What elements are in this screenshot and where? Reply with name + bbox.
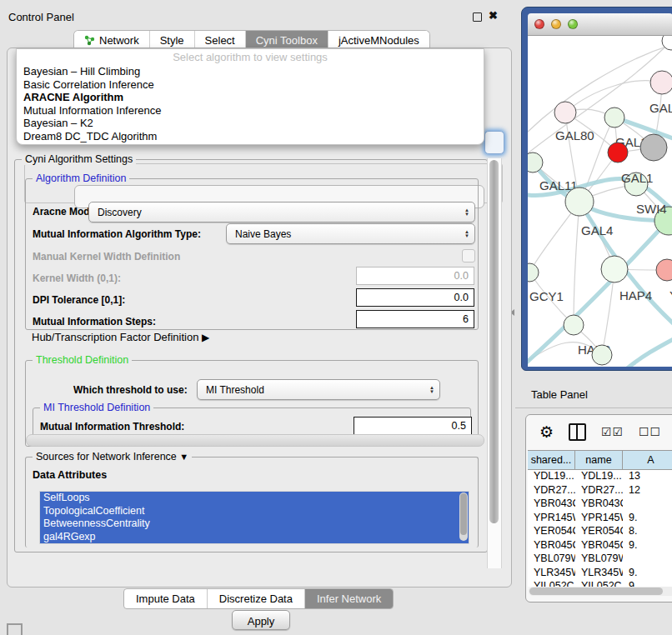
bottom-tab-infer-network[interactable]: Infer Network (305, 589, 393, 608)
group-title: MI Threshold Definition (40, 402, 153, 413)
tab-style[interactable]: Style (150, 31, 195, 49)
settings-vertical-scrollbar[interactable] (487, 158, 502, 568)
data-attributes-label: Data Attributes (33, 469, 107, 481)
table-panel-title: Table Panel (531, 388, 588, 401)
table-row[interactable]: YPR145WYPR145W9. (528, 512, 672, 526)
bottom-tab-impute-data[interactable]: Impute Data (124, 589, 208, 608)
algorithm-option[interactable]: Bayesian – K2 (17, 117, 484, 130)
mi-type-select[interactable]: Naive Bayes ▲▼ (226, 223, 475, 244)
algorithm-option[interactable]: Basic Correlation Inference (17, 78, 484, 92)
network-node-hap4[interactable] (601, 256, 628, 282)
hub-definition-toggle[interactable]: Hub/Transcription Factor Definition ▶ (32, 331, 209, 343)
table-cell: YLR345W (575, 567, 623, 581)
mi-threshold-input[interactable] (354, 417, 472, 435)
window-zoom-button[interactable] (568, 19, 578, 29)
data-attribute-item[interactable]: SelfLoops (40, 492, 469, 505)
table-row[interactable]: YDL19...YDL19...13 (528, 470, 672, 484)
network-node[interactable] (608, 142, 628, 162)
kernel-width-input[interactable] (356, 267, 474, 285)
collapse-right-icon: ▶ (202, 332, 209, 343)
collapse-down-icon[interactable]: ▼ (179, 452, 188, 462)
table-row[interactable]: YBR043CYBR043C (528, 498, 672, 512)
data-attribute-item[interactable]: gal4RGexp (40, 531, 469, 544)
network-node[interactable] (640, 134, 667, 161)
bottom-tabs: Impute DataDiscretize DataInfer Network (123, 588, 394, 609)
network-node-gal80[interactable] (554, 102, 576, 123)
select-all-checkboxes-icon[interactable]: ☑☑ (601, 425, 624, 438)
manual-kernel-checkbox[interactable] (462, 249, 475, 262)
deselect-checkboxes-icon[interactable]: ☐☐ (639, 425, 661, 438)
float-window-icon[interactable] (473, 12, 482, 22)
tab-select[interactable]: Select (195, 31, 246, 49)
gear-icon[interactable]: ⚙ (539, 424, 554, 440)
algorithm-option[interactable]: ARACNE Algorithm (17, 91, 484, 104)
table-column-header[interactable]: A (623, 451, 672, 469)
network-edge-highlighted[interactable] (626, 336, 672, 367)
network-graph[interactable]: GALGAL80GAL10GAL1GAL11SWI4GAL4GCY1HAP4YH… (528, 36, 672, 367)
network-node-label: GAL1 (621, 171, 653, 185)
hidden-focused-combobox-edge (484, 131, 504, 154)
columns-icon[interactable] (569, 423, 586, 441)
collapsed-panel-icon[interactable] (7, 623, 23, 635)
table-row[interactable]: YIL052CYIL052C9 (528, 580, 672, 587)
network-node-hap2[interactable] (564, 315, 584, 335)
network-canvas[interactable]: GALGAL80GAL10GAL1GAL11SWI4GAL4GCY1HAP4YH… (528, 36, 672, 367)
network-view-window: GALGAL80GAL10GAL1GAL11SWI4GAL4GCY1HAP4YH… (521, 7, 672, 371)
table-cell (623, 552, 672, 567)
data-attributes-list[interactable]: SelfLoopsTopologicalCoefficientBetweenne… (39, 491, 469, 544)
group-title: Sources for Network Inference ▼ (33, 451, 192, 462)
bottom-tab-discretize-data[interactable]: Discretize Data (208, 589, 305, 608)
sources-group: Sources for Network Inference ▼ Data Att… (25, 457, 479, 548)
algorithm-option[interactable]: Mutual Information Inference (17, 104, 484, 118)
dpi-tolerance-input[interactable] (356, 288, 474, 307)
aracne-mode-select[interactable]: Discovery ▲▼ (88, 202, 475, 222)
network-node-label: SWI4 (636, 202, 667, 216)
data-attribute-item[interactable]: TopologicalCoefficient (40, 505, 469, 518)
mi-threshold-label: Mutual Information Threshold: (40, 421, 184, 432)
network-node-gal[interactable] (650, 71, 672, 94)
table-cell: 8. (623, 525, 672, 539)
tab-cyni-toolbox[interactable]: Cyni Toolbox (246, 31, 328, 49)
network-node[interactable] (592, 345, 612, 365)
settings-horizontal-scrollbar[interactable] (26, 434, 484, 447)
stepper-icon: ▲▼ (464, 208, 469, 217)
tab-network[interactable]: Network (74, 31, 150, 49)
which-threshold-select[interactable]: MI Threshold ▲▼ (197, 379, 440, 400)
table-row[interactable]: YBL079WYBL079W (528, 552, 672, 567)
network-node-gal10[interactable] (604, 108, 624, 128)
table-horizontal-scrollbar[interactable] (529, 587, 672, 596)
table-cell: YIL052C (575, 580, 623, 587)
table-row[interactable]: YDR27...YDR27...12 (528, 484, 672, 498)
algorithm-option[interactable]: Dream8 DC_TDC Algorithm (17, 130, 484, 143)
kernel-width-label: Kernel Width (0,1): (33, 272, 121, 284)
data-attribute-item[interactable]: BetweennessCentrality (40, 518, 469, 531)
window-close-button[interactable] (534, 19, 544, 29)
close-icon[interactable]: ✖ (489, 9, 498, 22)
window-minimize-button[interactable] (551, 19, 561, 29)
table-cell: 9 (623, 580, 672, 587)
tab-jactivemnodules[interactable]: jActiveMNodules (328, 31, 429, 49)
tab-label: Select (205, 34, 235, 47)
apply-button[interactable]: Apply (232, 610, 290, 630)
table-row[interactable]: YBR045CYBR045C9. (528, 539, 672, 553)
control-panel-tabs: NetworkStyleSelectCyni ToolboxjActiveMNo… (73, 30, 430, 49)
table-column-header[interactable]: name (575, 451, 623, 469)
algorithm-option[interactable]: Bayesian – Hill Climbing (17, 65, 484, 78)
network-edge[interactable] (528, 44, 672, 136)
dpi-tolerance-label: DPI Tolerance [0,1]: (33, 294, 125, 306)
network-edge[interactable] (574, 202, 579, 325)
table-toolbar: ⚙ ☑☑ ☐☐ (526, 415, 672, 448)
network-node-gal4[interactable] (565, 188, 594, 216)
scrollbar-thumb[interactable] (529, 588, 663, 595)
which-threshold-value: MI Threshold (206, 384, 264, 396)
group-title: Cyni Algorithm Settings (22, 153, 136, 165)
table-row[interactable]: YER054CYER054C8. (528, 525, 672, 539)
network-node-gcy1[interactable] (528, 263, 539, 282)
network-window-titlebar[interactable] (528, 13, 672, 36)
list-scrollbar[interactable] (459, 492, 468, 541)
scrollbar-thumb[interactable] (489, 160, 499, 523)
network-node-y[interactable] (656, 259, 672, 281)
table-row[interactable]: YLR345WYLR345W9. (528, 567, 672, 581)
mi-steps-input[interactable] (356, 310, 474, 328)
table-column-header[interactable]: shared... (528, 451, 575, 469)
